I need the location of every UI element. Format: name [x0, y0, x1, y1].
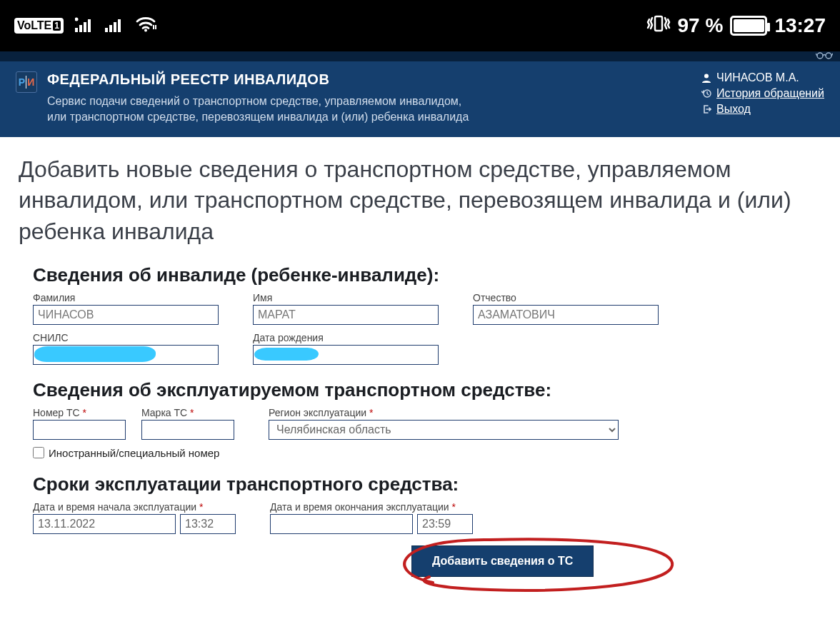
svg-point-13	[704, 74, 709, 79]
svg-rect-10	[655, 16, 662, 31]
section-person-heading: Сведения об инвалиде (ребенке-инвалиде):	[33, 264, 821, 286]
svg-rect-0	[75, 28, 78, 32]
start-time-input[interactable]	[180, 514, 236, 534]
vehicle-brand-input[interactable]	[141, 420, 234, 440]
header-user-block: ЧИНАСОВ М.А. История обращений Выход	[701, 71, 824, 116]
region-label: Регион эксплуатации *	[269, 407, 619, 418]
svg-point-9	[144, 29, 147, 32]
start-date-input[interactable]	[33, 514, 176, 534]
main-content: Добавить новые сведения о транспортном с…	[0, 137, 840, 594]
svg-rect-5	[105, 28, 108, 32]
accessibility-glasses-icon[interactable]	[816, 50, 833, 62]
battery-percent: 97 %	[678, 14, 724, 37]
clock-time: 13:27	[774, 14, 826, 37]
svg-rect-8	[118, 19, 121, 32]
region-select[interactable]: Челябинская область	[269, 420, 619, 440]
battery-icon	[730, 16, 767, 36]
dob-label: Дата рождения	[253, 332, 439, 343]
user-icon	[701, 73, 712, 83]
sim-number: 1	[53, 21, 61, 31]
vibrate-icon	[646, 14, 671, 38]
phone-status-bar: VoLTE 1 97 % 13:27	[0, 0, 840, 51]
svg-rect-2	[84, 22, 86, 32]
redaction-mark	[254, 348, 319, 361]
firstname-label: Имя	[253, 292, 439, 303]
svg-rect-3	[88, 19, 91, 32]
user-name: ЧИНАСОВ М.А.	[716, 71, 799, 84]
redaction-mark	[34, 346, 156, 362]
volte-badge: VoLTE 1	[14, 18, 64, 34]
svg-point-4	[75, 18, 79, 21]
page-title: Добавить новые сведения о транспортном с…	[19, 154, 821, 247]
lastname-input[interactable]	[33, 305, 219, 325]
foreign-number-label: Иностранный/специальный номер	[49, 447, 219, 459]
firstname-input[interactable]	[253, 305, 439, 325]
volte-text: VoLTE	[17, 19, 51, 32]
foreign-number-checkbox[interactable]	[33, 447, 44, 458]
svg-rect-7	[114, 22, 116, 32]
svg-rect-6	[109, 25, 112, 32]
header-subtitle: Сервис подачи сведений о транспортном ср…	[47, 94, 691, 124]
signal-bars-icon-2	[105, 14, 124, 37]
section-vehicle-heading: Сведения об эксплуатируемом транспортном…	[33, 379, 821, 401]
end-time-input[interactable]	[417, 514, 473, 534]
signal-bars-icon	[75, 14, 94, 37]
svg-point-11	[817, 53, 823, 59]
vehicle-brand-label: Марка ТС *	[141, 407, 234, 418]
wifi-icon	[135, 14, 156, 37]
snils-label: СНИЛС	[33, 332, 219, 343]
patronymic-label: Отчество	[473, 292, 659, 303]
end-date-input[interactable]	[270, 514, 413, 534]
patronymic-input[interactable]	[473, 305, 659, 325]
svg-point-12	[826, 53, 831, 59]
start-date-label: Дата и время начала эксплуатации *	[33, 501, 236, 513]
accent-strip	[0, 51, 840, 61]
app-header: РИ ФЕДЕРАЛЬНЫЙ РЕЕСТР ИНВАЛИДОВ Сервис п…	[0, 61, 840, 137]
add-vehicle-button[interactable]: Добавить сведения о ТС	[411, 545, 594, 577]
section-dates-heading: Сроки эксплуатации транспортного средств…	[33, 473, 821, 495]
history-link[interactable]: История обращений	[716, 87, 824, 100]
svg-rect-1	[79, 25, 82, 32]
logout-icon	[701, 104, 712, 114]
site-logo[interactable]: РИ	[16, 71, 37, 93]
lastname-label: Фамилия	[33, 292, 219, 303]
history-icon	[701, 89, 712, 99]
end-date-label: Дата и время окончания эксплуатации *	[270, 501, 473, 513]
vehicle-number-label: Номер ТС *	[33, 407, 126, 418]
vehicle-number-input[interactable]	[33, 420, 126, 440]
logout-link[interactable]: Выход	[716, 103, 751, 116]
header-title: ФЕДЕРАЛЬНЫЙ РЕЕСТР ИНВАЛИДОВ	[47, 71, 691, 88]
